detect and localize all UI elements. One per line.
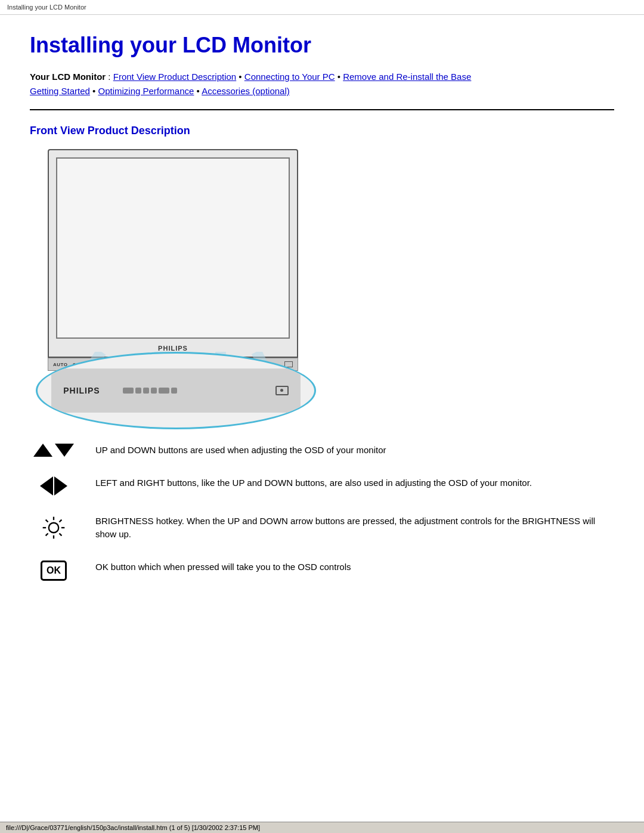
- svg-line-10: [59, 533, 61, 535]
- up-down-icon-cell: [30, 441, 78, 457]
- nav-intro-label: Your LCD Monitor: [30, 72, 106, 82]
- zoom-btn-4: [151, 388, 157, 394]
- icon-row-left-right: LEFT and RIGHT buttons, like the UP and …: [30, 474, 614, 496]
- zoom-controls-bar: PHILIPS: [51, 368, 301, 413]
- nav-link-getting-started[interactable]: Getting Started: [30, 86, 90, 96]
- nav-link-optimizing[interactable]: Optimizing Performance: [98, 86, 194, 96]
- zoom-btn-1: [123, 388, 134, 394]
- zoom-btn-2: [135, 388, 141, 394]
- zoom-power-dot: [280, 389, 283, 392]
- browser-title-bar: Installing your LCD Monitor: [0, 0, 644, 15]
- icon-descriptions-section: UP and DOWN buttons are used when adjust…: [30, 441, 614, 581]
- left-right-description: LEFT and RIGHT buttons, like the UP and …: [95, 474, 614, 490]
- svg-line-12: [46, 533, 48, 535]
- nav-link-front-view[interactable]: Front View Product Description: [113, 72, 236, 82]
- monitor-screen: [56, 157, 290, 339]
- status-bar-text: file:///D|/Grace/03771/english/150p3ac/i…: [6, 824, 260, 831]
- zoom-brand-label: PHILIPS: [63, 386, 100, 395]
- zoom-btn-3: [143, 388, 149, 394]
- page-content: Installing your LCD Monitor Your LCD Mon…: [0, 15, 644, 621]
- brightness-svg-icon: [41, 513, 67, 542]
- icon-row-brightness: BRIGHTNESS hotkey. When the UP and DOWN …: [30, 512, 614, 541]
- monitor-illustration: PHILIPS AUTO PHILIPS: [30, 149, 328, 423]
- svg-point-4: [49, 522, 59, 532]
- status-bar: file:///D|/Grace/03771/english/150p3ac/i…: [0, 822, 644, 833]
- zoom-btn-6: [171, 388, 177, 394]
- brightness-icon: [41, 515, 67, 541]
- up-down-description: UP and DOWN buttons are used when adjust…: [95, 441, 614, 457]
- zoom-oval-container: PHILIPS: [36, 352, 316, 429]
- triangle-down-icon: [55, 444, 74, 457]
- up-down-arrows-icon: [33, 444, 74, 457]
- page-title: Installing your LCD Monitor: [30, 33, 614, 58]
- page-tab-label: Installing your LCD Monitor: [7, 4, 86, 11]
- monitor-brand-label: PHILIPS: [158, 345, 188, 352]
- ok-description: OK button which when pressed will take y…: [95, 558, 614, 574]
- triangle-left-icon: [40, 476, 53, 496]
- icon-row-up-down: UP and DOWN buttons are used when adjust…: [30, 441, 614, 457]
- triangle-right-icon: [54, 476, 67, 496]
- left-right-icon-cell: [30, 474, 78, 496]
- svg-line-9: [46, 519, 48, 522]
- nav-link-connecting[interactable]: Connecting to Your PC: [244, 72, 335, 82]
- ok-icon-cell: OK: [30, 558, 78, 581]
- section-heading-front-view: Front View Product Description: [30, 125, 614, 137]
- nav-links-section: Your LCD Monitor : Front View Product De…: [30, 70, 614, 98]
- ok-button-icon: OK: [41, 561, 67, 581]
- zoom-btn-5: [159, 388, 169, 394]
- left-right-arrows-icon: [40, 476, 67, 496]
- brightness-icon-cell: [30, 512, 78, 541]
- triangle-up-icon: [33, 444, 52, 457]
- icon-row-ok: OK OK button which when pressed will tak…: [30, 558, 614, 581]
- nav-link-remove[interactable]: Remove and Re-install the Base: [343, 72, 471, 82]
- zoom-oval: PHILIPS: [36, 352, 316, 429]
- svg-line-11: [59, 519, 61, 522]
- nav-link-accessories[interactable]: Accessories (optional): [202, 86, 290, 96]
- brightness-description: BRIGHTNESS hotkey. When the UP and DOWN …: [95, 512, 614, 541]
- zoom-control-buttons: [123, 388, 177, 394]
- section-divider: [30, 109, 614, 110]
- monitor-body: PHILIPS: [48, 149, 298, 358]
- zoom-power-button: [275, 386, 289, 395]
